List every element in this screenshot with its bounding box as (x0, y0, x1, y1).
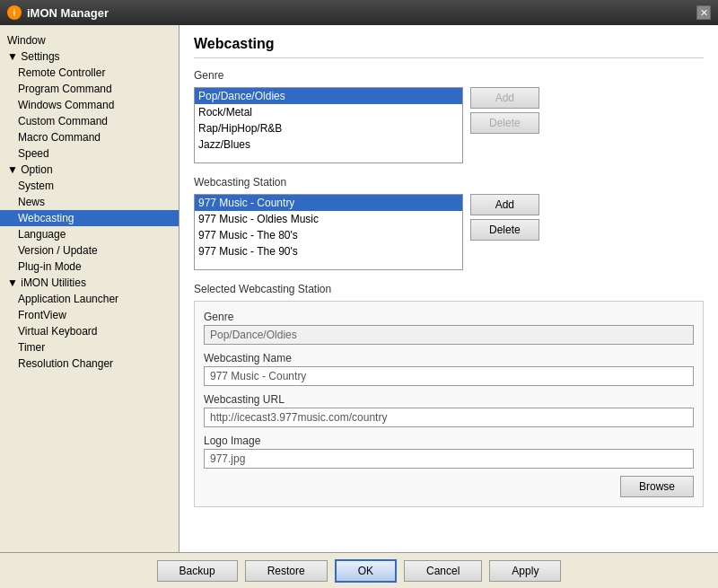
sidebar-item-speed[interactable]: Speed (0, 145, 179, 162)
sidebar-item-plugin-mode[interactable]: Plug-in Mode (0, 259, 179, 275)
genre-item-3[interactable]: Jazz/Blues (195, 136, 462, 153)
station-item-1[interactable]: 977 Music - Oldies Music (195, 211, 462, 227)
genre-buttons: Add Delete (470, 87, 539, 134)
station-buttons: Add Delete (470, 194, 539, 241)
title-bar: i iMON Manager ✕ (0, 0, 718, 25)
app-icon: i (7, 5, 22, 20)
title-bar-left: i iMON Manager (7, 5, 109, 20)
sidebar: Window▼ SettingsRemote ControllerProgram… (0, 25, 180, 552)
sidebar-item-system[interactable]: System (0, 178, 179, 194)
station-list[interactable]: 977 Music - Country 977 Music - Oldies M… (194, 194, 463, 270)
sidebar-item-imon-utilities[interactable]: ▼ iMON Utilities (0, 275, 179, 291)
sidebar-item-program-command[interactable]: Program Command (0, 81, 179, 97)
sidebar-item-windows-command[interactable]: Windows Command (0, 97, 179, 113)
backup-button[interactable]: Backup (157, 560, 238, 582)
selected-station-box: Genre Webcasting Name Webcasting URL Log… (194, 301, 704, 507)
station-list-row: 977 Music - Country 977 Music - Oldies M… (194, 194, 704, 270)
genre-field-label: Genre (204, 311, 694, 323)
genre-section: Genre Pop/Dance/Oldies Rock/Metal Rap/Hi… (194, 69, 704, 163)
logo-field-input[interactable] (204, 449, 694, 469)
genre-field-input[interactable] (204, 325, 694, 345)
app-title: iMON Manager (27, 6, 109, 20)
sidebar-item-custom-command[interactable]: Custom Command (0, 113, 179, 129)
logo-field-label: Logo Image (204, 434, 694, 447)
selected-station-label: Selected Webcasting Station (194, 283, 704, 295)
genre-item-2[interactable]: Rap/HipHop/R&B (195, 120, 462, 136)
genre-field-group: Genre (204, 311, 694, 345)
name-field-label: Webcasting Name (204, 352, 694, 364)
station-section: Webcasting Station 977 Music - Country 9… (194, 176, 704, 270)
sidebar-item-macro-command[interactable]: Macro Command (0, 129, 179, 145)
station-delete-button[interactable]: Delete (470, 219, 539, 241)
restore-button[interactable]: Restore (245, 560, 328, 582)
sidebar-item-application-launcher[interactable]: Application Launcher (0, 291, 179, 307)
content-area: Webcasting Genre Pop/Dance/Oldies Rock/M… (180, 25, 718, 552)
url-field-group: Webcasting URL (204, 393, 694, 427)
close-button[interactable]: ✕ (696, 5, 711, 20)
sidebar-item-settings[interactable]: ▼ Settings (0, 48, 179, 65)
bottom-bar: Backup Restore OK Cancel Apply (0, 552, 718, 588)
ok-button[interactable]: OK (335, 559, 397, 583)
genre-add-button[interactable]: Add (470, 87, 539, 109)
sidebar-item-window[interactable]: Window (0, 32, 179, 48)
station-item-2[interactable]: 977 Music - The 80's (195, 227, 462, 243)
genre-label: Genre (194, 69, 704, 82)
sidebar-item-version-update[interactable]: Version / Update (0, 242, 179, 259)
sidebar-item-timer[interactable]: Timer (0, 339, 179, 355)
sidebar-item-webcasting[interactable]: Webcasting (0, 210, 179, 226)
main-container: Window▼ SettingsRemote ControllerProgram… (0, 25, 718, 552)
station-item-3[interactable]: 977 Music - The 90's (195, 243, 462, 259)
station-label: Webcasting Station (194, 176, 704, 189)
sidebar-item-option[interactable]: ▼ Option (0, 162, 179, 178)
sidebar-item-remote-controller[interactable]: Remote Controller (0, 65, 179, 81)
sidebar-item-news[interactable]: News (0, 194, 179, 210)
browse-row: Browse (204, 476, 694, 497)
sidebar-item-frontview[interactable]: FrontView (0, 307, 179, 323)
sidebar-item-language[interactable]: Language (0, 226, 179, 242)
genre-delete-button[interactable]: Delete (470, 112, 539, 134)
sidebar-item-resolution-changer[interactable]: Resolution Changer (0, 355, 179, 372)
station-item-0[interactable]: 977 Music - Country (195, 195, 462, 211)
apply-button[interactable]: Apply (489, 560, 561, 582)
sidebar-item-virtual-keyboard[interactable]: Virtual Keyboard (0, 323, 179, 339)
genre-item-1[interactable]: Rock/Metal (195, 104, 462, 120)
genre-list-row: Pop/Dance/Oldies Rock/Metal Rap/HipHop/R… (194, 87, 704, 163)
url-field-label: Webcasting URL (204, 393, 694, 406)
name-field-group: Webcasting Name (204, 352, 694, 386)
selected-station-section: Selected Webcasting Station Genre Webcas… (194, 283, 704, 507)
cancel-button[interactable]: Cancel (404, 560, 482, 582)
logo-field-group: Logo Image (204, 434, 694, 469)
station-add-button[interactable]: Add (470, 194, 539, 215)
browse-button[interactable]: Browse (620, 476, 694, 497)
genre-list[interactable]: Pop/Dance/Oldies Rock/Metal Rap/HipHop/R… (194, 87, 463, 163)
name-field-input[interactable] (204, 366, 694, 386)
url-field-input[interactable] (204, 408, 694, 427)
page-title: Webcasting (194, 36, 704, 58)
genre-item-0[interactable]: Pop/Dance/Oldies (195, 88, 462, 104)
